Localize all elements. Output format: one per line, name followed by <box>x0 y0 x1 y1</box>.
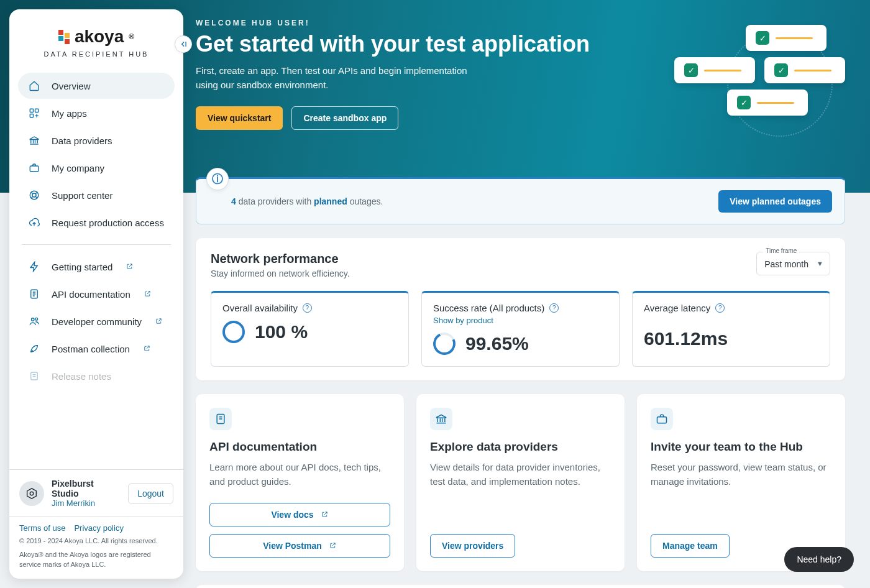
hero-illustration: ✓ ✓ ✓ ✓ <box>628 12 851 149</box>
brand-name: akoya <box>75 27 124 47</box>
view-docs-button[interactable]: View docs <box>209 503 390 526</box>
banner-count: 4 <box>231 196 236 206</box>
tile-explore-providers: Explore data providers View details for … <box>416 394 625 571</box>
sidebar-collapse-button[interactable] <box>175 35 192 53</box>
show-by-product-link[interactable]: Show by product <box>433 316 608 325</box>
sidebar-item-label: Getting started <box>52 262 112 272</box>
network-title: Network performance <box>211 252 350 266</box>
view-quickstart-button[interactable]: View quickstart <box>196 106 283 130</box>
lightning-icon <box>28 260 40 273</box>
sidebar-divider <box>22 244 171 245</box>
avatar-icon <box>25 487 39 500</box>
timeframe-value: Past month <box>764 259 808 269</box>
user-row: Pixelburst Studio Jim Merrikin Logout <box>9 470 183 517</box>
help-icon[interactable]: ? <box>303 303 312 313</box>
svg-point-7 <box>32 318 35 321</box>
view-planned-outages-button[interactable]: View planned outages <box>718 190 832 213</box>
svg-rect-0 <box>30 109 33 112</box>
external-link-icon <box>126 263 134 270</box>
sidebar-item-my-apps[interactable]: My apps <box>18 100 175 126</box>
terms-link[interactable]: Terms of use <box>19 523 65 533</box>
sidebar-item-label: API documentation <box>52 289 130 300</box>
sidebar-bottom: Pixelburst Studio Jim Merrikin Logout Te… <box>9 469 183 579</box>
manage-team-button[interactable]: Manage team <box>651 534 730 558</box>
donut-icon <box>430 329 459 358</box>
brand-subtitle: DATA RECIPIENT HUB <box>22 50 171 58</box>
sidebar-item-label: Data providers <box>52 136 112 146</box>
bank-icon <box>28 134 40 147</box>
lifebuoy-icon <box>28 189 40 201</box>
sidebar-item-label: Developer community <box>52 316 142 327</box>
main-content: WELCOME HUB USER! Get started with your … <box>196 19 845 588</box>
document-icon <box>28 288 40 300</box>
check-icon: ✓ <box>774 63 788 77</box>
brand-block: akoya® DATA RECIPIENT HUB <box>9 9 183 68</box>
trademark-text: Akoya® and the Akoya logos are registere… <box>19 550 173 570</box>
view-providers-button[interactable]: View providers <box>430 534 515 558</box>
sidebar-item-developer-community[interactable]: Developer community <box>18 308 175 334</box>
home-icon <box>28 80 40 92</box>
sidebar-item-label: Overview <box>52 81 91 91</box>
rocket-icon <box>28 342 40 355</box>
metric-average-latency: Average latency? 601.12ms <box>632 291 830 367</box>
briefcase-icon <box>28 162 40 174</box>
avatar[interactable] <box>19 481 44 506</box>
sidebar-nav-scroll[interactable]: Overview My apps Data providers My compa… <box>9 68 183 469</box>
create-sandbox-button[interactable]: Create sandbox app <box>291 106 398 130</box>
sidebar-item-getting-started[interactable]: Getting started <box>18 254 175 280</box>
sidebar-item-label: My company <box>52 163 104 173</box>
help-icon[interactable]: ? <box>549 303 559 313</box>
banner-text: 4 data providers with planned outages. <box>231 196 383 206</box>
teaser-panel <box>196 585 845 589</box>
sidebar-item-label: My apps <box>52 108 87 119</box>
sidebar-item-api-documentation[interactable]: API documentation <box>18 281 175 307</box>
sidebar-item-support-center[interactable]: Support center <box>18 182 175 208</box>
sidebar: akoya® DATA RECIPIENT HUB Overview My ap… <box>9 9 183 579</box>
legal-links: Terms of use Privacy policy <box>19 517 173 533</box>
need-help-button[interactable]: Need help? <box>784 547 854 572</box>
brand-mark-icon <box>58 30 70 44</box>
sidebar-item-request-production[interactable]: Request production access <box>18 209 175 236</box>
copyright-text: © 2019 - 2024 Akoya LLC. All rights rese… <box>19 536 173 546</box>
brand-logo: akoya® <box>22 27 171 47</box>
hero-body: First, create an app. Then test our APIs… <box>196 63 469 93</box>
check-icon: ✓ <box>756 31 769 45</box>
svg-point-5 <box>32 193 36 197</box>
cloud-upload-icon <box>28 216 40 229</box>
tile-body: Reset your password, view team status, o… <box>651 460 831 489</box>
help-icon[interactable]: ? <box>715 303 725 313</box>
metric-value: 601.12ms <box>644 328 728 349</box>
privacy-link[interactable]: Privacy policy <box>74 523 123 533</box>
check-icon: ✓ <box>737 96 751 109</box>
tiles-row: API documentation Learn more about our A… <box>196 394 845 571</box>
user-info: Pixelburst Studio Jim Merrikin <box>52 479 121 508</box>
check-icon: ✓ <box>684 63 698 77</box>
sidebar-item-data-providers[interactable]: Data providers <box>18 127 175 154</box>
external-link-icon <box>329 542 337 549</box>
metric-value: 100 % <box>255 321 308 342</box>
external-link-icon <box>144 345 151 352</box>
svg-rect-3 <box>30 166 39 172</box>
timeframe-select[interactable]: Time frame Past month ▼ <box>756 252 830 275</box>
tile-title: Explore data providers <box>430 440 611 454</box>
document-icon <box>209 408 232 430</box>
sidebar-item-overview[interactable]: Overview <box>18 73 175 99</box>
user-name[interactable]: Jim Merrikin <box>52 498 121 508</box>
sidebar-item-label: Request production access <box>52 218 164 228</box>
external-link-icon <box>144 290 152 298</box>
logout-button[interactable]: Logout <box>128 483 173 504</box>
svg-point-8 <box>35 318 38 320</box>
chevron-down-icon: ▼ <box>817 260 823 267</box>
external-link-icon <box>321 511 329 518</box>
tile-body: View details for data provider inventori… <box>430 460 611 489</box>
legal-block: Terms of use Privacy policy © 2019 - 202… <box>9 517 183 579</box>
outage-banner: ⓘ 4 data providers with planned outages.… <box>196 177 845 224</box>
view-postman-button[interactable]: View Postman <box>209 534 390 558</box>
user-company: Pixelburst Studio <box>52 479 121 498</box>
sidebar-item-my-company[interactable]: My company <box>18 155 175 181</box>
sidebar-item-postman-collection[interactable]: Postman collection <box>18 336 175 362</box>
sidebar-item-release-notes[interactable]: Release notes <box>18 363 175 389</box>
metric-success-rate: Success rate (All products)? Show by pro… <box>421 291 620 367</box>
tile-body: Learn more about our API docs, tech tips… <box>209 460 390 489</box>
tile-api-documentation: API documentation Learn more about our A… <box>196 394 404 571</box>
